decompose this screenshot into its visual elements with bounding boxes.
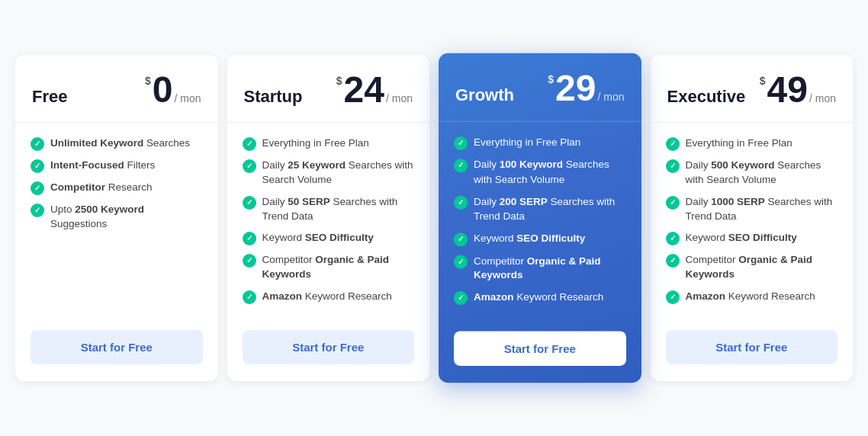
plan-features-executive: Everything in Free PlanDaily 500 Keyword… bbox=[651, 123, 854, 318]
check-icon bbox=[666, 254, 680, 268]
feature-text: Daily 100 Keyword Searches with Search V… bbox=[474, 158, 626, 187]
plan-price-startup: 24 bbox=[344, 72, 384, 108]
feature-text: Keyword SEO Difficulty bbox=[474, 232, 585, 246]
check-icon bbox=[243, 159, 256, 173]
pricing-section: Free$0/ monUnlimited Keyword SearchesInt… bbox=[0, 40, 868, 396]
check-icon bbox=[243, 137, 256, 151]
feature-text: Daily 500 Keyword Searches with Search V… bbox=[686, 159, 838, 188]
feature-text: Everything in Free Plan bbox=[262, 136, 369, 151]
feature-item: Upto 2500 Keyword Suggestions bbox=[31, 203, 203, 232]
plan-period-executive: / mon bbox=[809, 92, 836, 104]
start-button-free[interactable]: Start for Free bbox=[31, 330, 203, 364]
feature-item: Daily 100 Keyword Searches with Search V… bbox=[454, 158, 626, 187]
feature-item: Unlimited Keyword Searches bbox=[31, 136, 203, 151]
plan-price-wrap-startup: $24/ mon bbox=[336, 72, 413, 108]
plan-header-free: Free$0/ mon bbox=[15, 55, 218, 123]
feature-item: Daily 1000 SERP Searches with Trend Data bbox=[666, 195, 838, 224]
feature-text: Competitor Organic & Paid Keywords bbox=[474, 254, 626, 283]
feature-item: Everything in Free Plan bbox=[454, 136, 626, 150]
check-icon bbox=[454, 255, 468, 268]
start-button-executive[interactable]: Start for Free bbox=[666, 330, 838, 364]
plan-name-startup: Startup bbox=[244, 87, 303, 107]
start-button-growth[interactable]: Start for Free bbox=[454, 332, 626, 366]
feature-item: Everything in Free Plan bbox=[666, 136, 838, 151]
feature-text: Daily 200 SERP Searches with Trend Data bbox=[474, 194, 626, 223]
feature-item: Keyword SEO Difficulty bbox=[243, 231, 415, 245]
feature-text: Amazon Keyword Research bbox=[686, 290, 815, 304]
plan-currency-executive: $ bbox=[760, 75, 766, 87]
plan-card-executive: Executive$49/ monEverything in Free Plan… bbox=[651, 55, 854, 381]
check-icon bbox=[666, 159, 680, 173]
feature-text: Unlimited Keyword Searches bbox=[50, 136, 190, 151]
check-icon bbox=[666, 290, 680, 304]
check-icon bbox=[454, 195, 468, 209]
feature-item: Amazon Keyword Research bbox=[666, 290, 838, 304]
plan-name-executive: Executive bbox=[667, 87, 746, 107]
check-icon bbox=[454, 291, 468, 305]
plan-price-wrap-executive: $49/ mon bbox=[760, 72, 836, 108]
plan-price-wrap-growth: $29/ mon bbox=[548, 70, 624, 107]
feature-item: Amazon Keyword Research bbox=[243, 290, 415, 304]
plan-price-executive: 49 bbox=[767, 72, 808, 108]
feature-item: Daily 25 Keyword Searches with Search Vo… bbox=[243, 159, 415, 188]
check-icon bbox=[666, 137, 680, 151]
check-icon bbox=[454, 136, 468, 150]
check-icon bbox=[454, 232, 468, 246]
plan-card-growth: Growth$29/ monEverything in Free PlanDai… bbox=[439, 53, 641, 383]
plan-price-wrap-free: $0/ mon bbox=[145, 72, 201, 108]
plan-footer-startup: Start for Free bbox=[227, 318, 430, 381]
feature-item: Intent-Focused Filters bbox=[31, 159, 203, 173]
plan-name-free: Free bbox=[32, 87, 67, 107]
plan-header-growth: Growth$29/ mon bbox=[439, 53, 641, 122]
plan-features-free: Unlimited Keyword SearchesIntent-Focused… bbox=[15, 123, 218, 318]
check-icon bbox=[243, 196, 256, 210]
check-icon bbox=[666, 232, 680, 245]
feature-text: Daily 50 SERP Searches with Trend Data bbox=[262, 195, 415, 224]
feature-item: Amazon Keyword Research bbox=[454, 290, 626, 305]
feature-text: Competitor Organic & Paid Keywords bbox=[262, 253, 415, 282]
feature-text: Everything in Free Plan bbox=[474, 136, 580, 150]
feature-item: Competitor Organic & Paid Keywords bbox=[243, 253, 415, 282]
feature-text: Upto 2500 Keyword Suggestions bbox=[50, 203, 203, 232]
feature-item: Everything in Free Plan bbox=[243, 136, 415, 151]
plan-period-startup: / mon bbox=[386, 92, 413, 104]
feature-text: Daily 25 Keyword Searches with Search Vo… bbox=[262, 159, 415, 188]
feature-text: Amazon Keyword Research bbox=[474, 290, 603, 305]
feature-item: Competitor Organic & Paid Keywords bbox=[454, 254, 626, 283]
check-icon bbox=[243, 232, 256, 245]
plan-header-executive: Executive$49/ mon bbox=[651, 55, 854, 123]
plan-period-free: / mon bbox=[174, 92, 201, 104]
check-icon bbox=[31, 137, 44, 151]
check-icon bbox=[454, 159, 468, 172]
feature-text: Amazon Keyword Research bbox=[262, 290, 392, 304]
check-icon bbox=[31, 204, 44, 217]
plan-footer-executive: Start for Free bbox=[651, 318, 854, 381]
feature-item: Daily 50 SERP Searches with Trend Data bbox=[243, 195, 415, 224]
check-icon bbox=[31, 159, 44, 173]
feature-item: Competitor Organic & Paid Keywords bbox=[666, 253, 838, 282]
feature-text: Competitor Research bbox=[50, 181, 153, 195]
plan-currency-startup: $ bbox=[336, 75, 342, 87]
plan-header-startup: Startup$24/ mon bbox=[227, 55, 430, 123]
plan-price-growth: 29 bbox=[555, 70, 596, 107]
check-icon bbox=[243, 290, 256, 304]
check-icon bbox=[31, 181, 44, 195]
plan-features-startup: Everything in Free PlanDaily 25 Keyword … bbox=[227, 123, 430, 318]
plan-price-free: 0 bbox=[153, 72, 173, 108]
plan-currency-free: $ bbox=[145, 75, 151, 87]
start-button-startup[interactable]: Start for Free bbox=[243, 330, 415, 364]
feature-text: Everything in Free Plan bbox=[686, 136, 792, 151]
check-icon bbox=[243, 254, 256, 268]
feature-text: Competitor Organic & Paid Keywords bbox=[686, 253, 838, 282]
plan-features-growth: Everything in Free PlanDaily 100 Keyword… bbox=[439, 122, 641, 319]
feature-item: Keyword SEO Difficulty bbox=[666, 231, 838, 245]
check-icon bbox=[666, 196, 680, 210]
plan-period-growth: / mon bbox=[597, 91, 624, 103]
feature-text: Intent-Focused Filters bbox=[50, 159, 155, 173]
feature-item: Daily 500 Keyword Searches with Search V… bbox=[666, 159, 838, 188]
plan-card-startup: Startup$24/ monEverything in Free PlanDa… bbox=[227, 55, 430, 381]
feature-item: Daily 200 SERP Searches with Trend Data bbox=[454, 194, 626, 223]
feature-text: Daily 1000 SERP Searches with Trend Data bbox=[686, 195, 838, 224]
plan-footer-growth: Start for Free bbox=[439, 319, 641, 383]
plan-card-free: Free$0/ monUnlimited Keyword SearchesInt… bbox=[15, 55, 218, 381]
